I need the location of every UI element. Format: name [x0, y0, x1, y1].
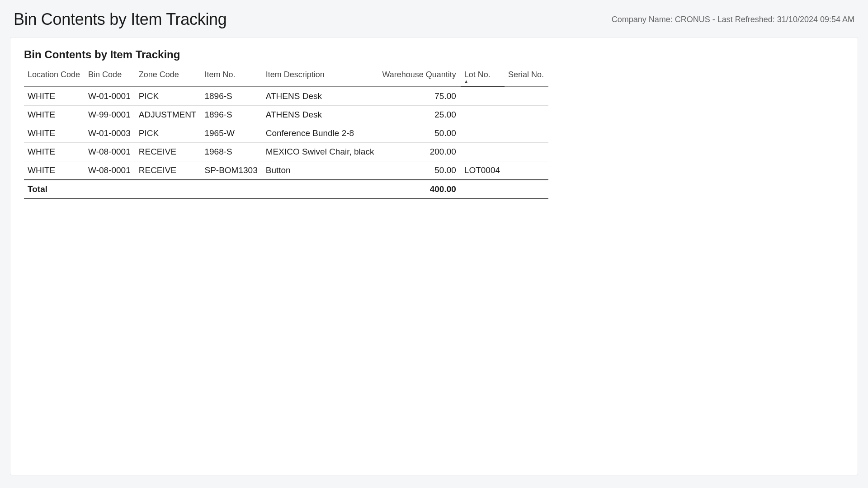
cell-item-description: ATHENS Desk [262, 87, 379, 106]
company-refresh-info: Company Name: CRONUS - Last Refreshed: 3… [612, 15, 854, 24]
cell-warehouse-quantity: 200.00 [378, 143, 460, 161]
cell-serial-no [505, 143, 548, 161]
cell-item-description: Button [262, 161, 379, 180]
panel-title: Bin Contents by Item Tracking [24, 48, 844, 61]
cell-location-code: WHITE [24, 106, 85, 124]
cell-warehouse-quantity: 50.00 [378, 124, 460, 143]
cell-item-no: 1896-S [201, 106, 262, 124]
cell-bin-code: W-99-0001 [85, 106, 135, 124]
cell-lot-no [461, 143, 505, 161]
bin-contents-table: Location Code Bin Code Zone Code Item No… [24, 66, 548, 199]
cell-lot-no: LOT0004 [461, 161, 505, 180]
cell-warehouse-quantity: 50.00 [378, 161, 460, 180]
cell-bin-code: W-08-0001 [85, 143, 135, 161]
page-header: Bin Contents by Item Tracking Company Na… [0, 0, 868, 37]
cell-bin-code: W-08-0001 [85, 161, 135, 180]
col-header-serial-no[interactable]: Serial No. [505, 66, 548, 87]
col-header-item-description[interactable]: Item Description [262, 66, 379, 87]
col-header-item-no[interactable]: Item No. [201, 66, 262, 87]
sort-ascending-icon: ▲ [464, 80, 500, 83]
cell-location-code: WHITE [24, 143, 85, 161]
col-header-zone-code[interactable]: Zone Code [135, 66, 201, 87]
table-header-row: Location Code Bin Code Zone Code Item No… [24, 66, 548, 87]
table-row[interactable]: WHITE W-08-0001 RECEIVE 1968-S MEXICO Sw… [24, 143, 548, 161]
col-header-lot-no[interactable]: Lot No. ▲ [461, 66, 505, 87]
table-row[interactable]: WHITE W-08-0001 RECEIVE SP-BOM1303 Butto… [24, 161, 548, 180]
cell-serial-no [505, 124, 548, 143]
cell-item-no: SP-BOM1303 [201, 161, 262, 180]
cell-zone-code: ADJUSTMENT [135, 106, 201, 124]
cell-location-code: WHITE [24, 87, 85, 106]
cell-lot-no [461, 106, 505, 124]
cell-item-description: MEXICO Swivel Chair, black [262, 143, 379, 161]
cell-zone-code: RECEIVE [135, 161, 201, 180]
col-header-location-code[interactable]: Location Code [24, 66, 85, 87]
cell-bin-code: W-01-0003 [85, 124, 135, 143]
cell-item-description: ATHENS Desk [262, 106, 379, 124]
cell-bin-code: W-01-0001 [85, 87, 135, 106]
table-row[interactable]: WHITE W-99-0001 ADJUSTMENT 1896-S ATHENS… [24, 106, 548, 124]
cell-lot-no [461, 124, 505, 143]
cell-serial-no [505, 106, 548, 124]
cell-warehouse-quantity: 25.00 [378, 106, 460, 124]
cell-zone-code: RECEIVE [135, 143, 201, 161]
cell-warehouse-quantity: 75.00 [378, 87, 460, 106]
col-header-lot-no-label: Lot No. [464, 70, 491, 79]
total-label: Total [24, 180, 85, 199]
cell-zone-code: PICK [135, 87, 201, 106]
cell-location-code: WHITE [24, 124, 85, 143]
cell-lot-no [461, 87, 505, 106]
cell-item-no: 1965-W [201, 124, 262, 143]
cell-item-no: 1896-S [201, 87, 262, 106]
table-total-row: Total 400.00 [24, 180, 548, 199]
cell-zone-code: PICK [135, 124, 201, 143]
col-header-bin-code[interactable]: Bin Code [85, 66, 135, 87]
table-row[interactable]: WHITE W-01-0001 PICK 1896-S ATHENS Desk … [24, 87, 548, 106]
table-row[interactable]: WHITE W-01-0003 PICK 1965-W Conference B… [24, 124, 548, 143]
cell-item-description: Conference Bundle 2-8 [262, 124, 379, 143]
page-title: Bin Contents by Item Tracking [14, 10, 227, 29]
cell-item-no: 1968-S [201, 143, 262, 161]
content-panel: Bin Contents by Item Tracking Location C… [10, 37, 858, 475]
total-warehouse-quantity: 400.00 [378, 180, 460, 199]
cell-location-code: WHITE [24, 161, 85, 180]
cell-serial-no [505, 161, 548, 180]
cell-serial-no [505, 87, 548, 106]
col-header-warehouse-quantity[interactable]: Warehouse Quantity [378, 66, 460, 87]
